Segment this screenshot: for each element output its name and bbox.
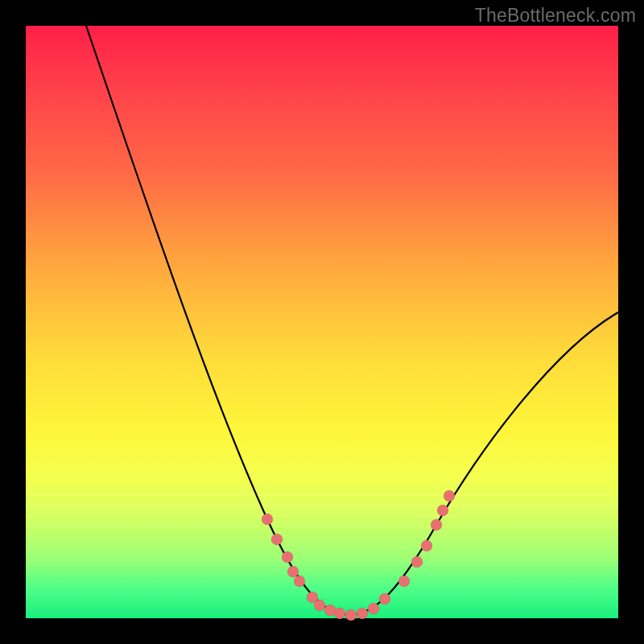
dot [287,566,299,577]
dot [357,608,368,619]
dot [334,608,345,619]
watermark-text: TheBottleneck.com [475,5,636,27]
dot [411,556,423,568]
bottleneck-curve-svg [26,26,618,618]
dot [294,576,305,587]
dot [431,519,442,530]
highlight-dots-group [262,490,455,621]
outer-black-frame: TheBottleneck.com [0,0,644,644]
dot [271,534,283,545]
dot [398,576,410,587]
plot-area [26,26,618,618]
dot [262,514,273,525]
dot [421,540,432,551]
dot [437,505,448,516]
dot [345,609,357,621]
dot [379,593,390,605]
dot [368,603,379,614]
dot [282,551,293,563]
dot [314,600,325,611]
dot [444,490,455,502]
v-curve [86,26,618,615]
